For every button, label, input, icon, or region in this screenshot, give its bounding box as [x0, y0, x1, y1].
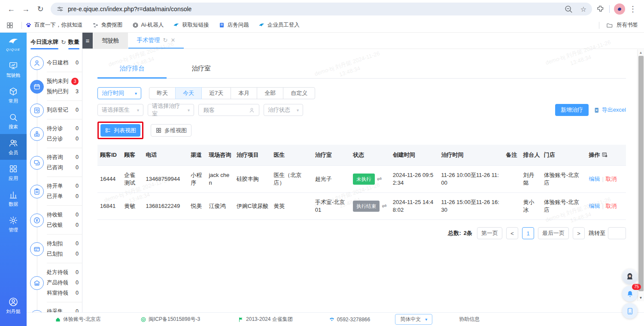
bookmark-item[interactable]: 店务问题 — [219, 21, 249, 29]
sidebar-item-应用[interactable]: 应用 — [0, 160, 27, 186]
flow-stat-row[interactable]: 待开单0 — [47, 181, 82, 191]
edit-link[interactable]: 编辑 — [589, 203, 600, 209]
export-excel-button[interactable]: 导出excel — [594, 106, 626, 114]
tab-refresh-icon[interactable]: ↻ — [163, 37, 168, 43]
treatment-time-select[interactable]: 治疗时间 ▾ — [97, 87, 141, 99]
reload-button[interactable]: ↻ — [33, 2, 47, 16]
table-row: 16444企雀测试13468759944小程序jack chen硅胶丰胸医生（北… — [97, 166, 626, 193]
range-button-本月[interactable]: 本月 — [231, 87, 257, 99]
footer-help-link[interactable]: 协助信息 — [459, 316, 480, 323]
flow-stat-row[interactable]: 待收银0 — [47, 210, 82, 220]
scrollbar-thumb[interactable] — [638, 56, 644, 291]
flow-stat-label: 产品待领 — [47, 279, 68, 286]
bookmark-item[interactable]: 企业员工登入 — [258, 21, 300, 29]
back-button[interactable]: ← — [4, 2, 18, 16]
monitor-icon — [9, 61, 18, 70]
column-settings-icon[interactable] — [601, 152, 608, 158]
bookmark-item[interactable]: 免费抠图 — [92, 21, 123, 29]
sidebar-item-驾驶舱[interactable]: 驾驶舱 — [0, 57, 27, 82]
all-bookmarks[interactable]: 所有书签 — [595, 21, 638, 29]
room-select[interactable]: 请选择治疗室 ▾ — [148, 104, 194, 116]
last-page-button[interactable]: 最后一页 — [538, 227, 569, 239]
sidebar-user[interactable]: 刘丹懿 — [6, 297, 21, 326]
cancel-link[interactable]: 取消 — [606, 176, 617, 182]
cell-channel: 悦美 — [188, 193, 206, 220]
filter-row-selects: 请选择医生 ▾ 请选择治疗室 ▾ 治疗状态 — [97, 104, 626, 116]
range-button-全部[interactable]: 全部 — [257, 87, 283, 99]
multi-view-button[interactable]: 多维视图 — [151, 124, 191, 137]
mobile-widget[interactable] — [622, 303, 638, 319]
flow-stat-row[interactable]: 已咨询0 — [47, 162, 82, 173]
doctor-select[interactable]: 请选择医生 ▾ — [97, 104, 143, 116]
assistant-widget[interactable] — [622, 269, 638, 284]
flow-stat-row[interactable]: 产品待领0 — [47, 277, 82, 288]
swap-status-icon[interactable]: ⇌ — [377, 175, 382, 182]
current-page-button[interactable]: 1 — [522, 227, 534, 239]
flow-stat-row[interactable]: 今日建档0 — [47, 58, 82, 68]
sidebar-item-管理[interactable]: 管理 — [0, 211, 27, 237]
add-treatment-button[interactable]: 新增治疗 — [555, 104, 589, 116]
flow-stat-row[interactable]: 待采集0 — [47, 306, 82, 312]
cell-channel: 小程序 — [188, 166, 206, 193]
jump-page-input[interactable] — [608, 227, 626, 239]
scroll-down-arrow[interactable]: ▼ — [638, 296, 644, 300]
apps-grid-icon[interactable] — [6, 21, 14, 29]
flow-stat-row[interactable]: 到店登记0 — [47, 105, 82, 115]
profile-avatar[interactable] — [614, 3, 625, 15]
customer-search-field[interactable] — [198, 104, 259, 116]
next-page-button[interactable]: > — [573, 227, 585, 239]
range-button-今天[interactable]: 今天 — [175, 87, 202, 99]
flow-stat-row[interactable]: 处方待领0 — [47, 267, 82, 277]
extensions-icon[interactable] — [595, 4, 605, 14]
scroll-up-arrow[interactable]: ▲ — [638, 51, 644, 55]
cancel-link[interactable]: 取消 — [606, 203, 617, 209]
site-settings-icon[interactable] — [57, 6, 64, 12]
address-bar[interactable]: pre-e.qique.cn/index.php?r=data/main/con… — [51, 3, 592, 15]
bookmark-item[interactable]: Ai-机器人 — [132, 21, 164, 29]
flow-stat-row[interactable]: 已划扣0 — [47, 249, 82, 259]
sidebar-item-搜索[interactable]: 搜索 — [0, 108, 27, 134]
range-button-近7天[interactable]: 近7天 — [201, 87, 231, 99]
bell-icon — [626, 290, 634, 298]
flow-stat-row[interactable]: 待划扣0 — [47, 238, 82, 249]
language-select[interactable]: 简体中文 ▾ — [395, 314, 432, 325]
first-page-button[interactable]: 第一页 — [477, 227, 502, 239]
flow-stat-row[interactable]: 待咨询0 — [47, 152, 82, 162]
forward-button[interactable]: → — [19, 2, 33, 16]
sidebar-item-数据[interactable]: 数据 — [0, 186, 27, 211]
range-button-昨天[interactable]: 昨天 — [149, 87, 176, 99]
tab-close-icon[interactable]: ✕ — [170, 37, 175, 43]
flow-stat-row[interactable]: 科室待领0 — [47, 288, 82, 298]
scrollbar[interactable]: ▲ ▼ — [637, 49, 644, 301]
collapse-menu-icon[interactable]: ≡ — [82, 33, 93, 49]
tab-治疗室[interactable]: 治疗室 — [167, 60, 236, 78]
sidebar-item-会员[interactable]: 会员 — [0, 134, 27, 160]
flow-stat-row[interactable]: 已开单0 — [47, 191, 82, 201]
bookmark-star-icon[interactable]: ☆ — [577, 3, 589, 15]
status-select[interactable]: 治疗状态 ▾ — [264, 104, 303, 116]
sidebar-item-常用[interactable]: 常用 — [0, 82, 27, 108]
flow-stat-row[interactable]: 已收银0 — [47, 220, 82, 230]
range-button-自定义[interactable]: 自定义 — [283, 87, 315, 99]
flow-stat-row[interactable]: 预约已到3 — [47, 86, 82, 97]
cell-doctor: 医生（北京店） — [271, 166, 313, 193]
prev-page-button[interactable]: < — [506, 227, 518, 239]
list-view-button[interactable]: 列表视图 — [100, 124, 140, 137]
window-tab-手术管理[interactable]: 手术管理↻✕ — [128, 33, 184, 49]
bookmark-item[interactable]: 获取短链接 — [173, 21, 209, 29]
bookmark-item[interactable]: 百度一下，你就知道 — [25, 21, 83, 29]
flow-stat-row[interactable]: 待分诊0 — [47, 123, 82, 134]
menu-icon[interactable]: ⋮ — [626, 2, 640, 16]
flow-stat-row[interactable]: 已分诊0 — [47, 134, 82, 144]
qique-logo[interactable]: QIQUE — [6, 36, 20, 52]
swap-status-icon[interactable]: ⇌ — [382, 202, 387, 209]
refresh-icon[interactable]: ↻ — [61, 39, 66, 46]
flow-stat-value: 0 — [76, 240, 79, 247]
tab-治疗排台[interactable]: 治疗排台 — [97, 60, 167, 78]
flow-stat-row[interactable]: 预约未到3 — [47, 76, 82, 86]
notification-widget[interactable]: 75 — [622, 286, 638, 302]
edit-link[interactable]: 编辑 — [589, 176, 600, 182]
customer-search-input[interactable] — [203, 107, 249, 114]
window-tab-驾驶舱[interactable]: 驾驶舱 — [93, 33, 128, 49]
zoom-icon[interactable] — [564, 4, 573, 14]
